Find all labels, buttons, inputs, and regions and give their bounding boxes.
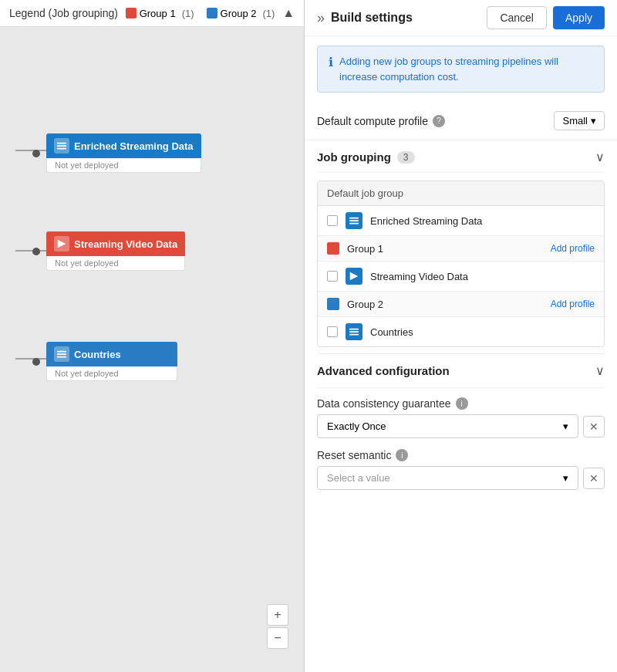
info-text: Adding new job groups to streaming pipel… — [339, 54, 593, 84]
job-row-enriched: Enriched Streaming Data — [318, 206, 604, 236]
job-grouping-collapse-icon[interactable]: ∨ — [595, 150, 605, 164]
left-panel: Legend (Job grouping) Group 1 (1) Group … — [0, 0, 305, 672]
node-enriched[interactable]: Enriched Streaming Data Not yet deployed — [46, 133, 201, 173]
right-panel: » Build settings Cancel Apply ℹ Adding n… — [305, 0, 617, 672]
data-consistency-label: Data consistency guarantee — [317, 397, 451, 410]
group1-add-profile-link[interactable]: Add profile — [551, 243, 595, 254]
svg-marker-6 — [58, 240, 66, 248]
group2-name: Group 2 — [347, 299, 543, 310]
compute-profile-value: Small — [562, 115, 588, 127]
svg-marker-13 — [350, 272, 359, 281]
video-checkbox[interactable] — [327, 271, 338, 282]
reset-semantic-label-row: Reset semantic i — [317, 449, 605, 461]
svg-rect-15 — [349, 331, 359, 333]
data-consistency-help-icon[interactable]: i — [456, 397, 468, 410]
compute-profile-row: Default compute profile ? Small ▾ — [305, 102, 617, 140]
reset-semantic-select[interactable]: Select a value ▾ — [317, 466, 578, 490]
svg-rect-4 — [57, 145, 66, 147]
legend-group2-label: Group 2 — [221, 8, 257, 19]
svg-rect-9 — [57, 356, 66, 358]
svg-rect-5 — [57, 148, 66, 150]
node-enriched-icon — [54, 138, 69, 154]
svg-rect-8 — [57, 353, 66, 355]
advanced-config-title: Advanced configuration — [317, 364, 450, 377]
default-group-header: Default job group — [318, 181, 604, 206]
cancel-button[interactable]: Cancel — [487, 6, 547, 29]
data-consistency-label-row: Data consistency guarantee i — [317, 397, 605, 410]
compute-profile-label: Default compute profile ? — [317, 115, 445, 127]
legend-title: Legend (Job grouping) — [9, 7, 118, 19]
job-row-video: Streaming Video Data — [318, 262, 604, 292]
reset-semantic-placeholder: Select a value — [327, 472, 390, 484]
legend-group2-count: (1) — [263, 8, 275, 19]
top-bar-left: » Build settings — [317, 10, 413, 26]
job-grouping-title: Job grouping — [317, 150, 391, 164]
node-countries[interactable]: Countries Not yet deployed — [46, 342, 177, 381]
legend-collapse-icon[interactable]: ▲ — [282, 6, 295, 20]
node-video-icon — [54, 236, 69, 252]
data-consistency-select[interactable]: Exactly Once ▾ — [317, 414, 578, 438]
top-bar-title: Build settings — [331, 11, 413, 25]
compute-profile-select[interactable]: Small ▾ — [554, 111, 605, 130]
countries-checkbox[interactable] — [327, 326, 338, 337]
svg-rect-12 — [349, 223, 359, 225]
zoom-in-button[interactable]: + — [267, 604, 288, 626]
zoom-controls: + − — [267, 604, 288, 649]
zoom-out-button[interactable]: − — [267, 627, 288, 649]
job-grouping-header-left: Job grouping 3 — [317, 150, 415, 164]
legend-bar: Legend (Job grouping) Group 1 (1) Group … — [0, 0, 304, 27]
node-countries-icon — [54, 346, 69, 362]
compute-help-icon[interactable]: ? — [433, 115, 445, 127]
data-consistency-chevron-icon: ▾ — [563, 420, 568, 432]
legend-group2-dot — [207, 8, 217, 19]
group1-color-dot — [327, 242, 339, 255]
svg-rect-7 — [57, 351, 66, 353]
svg-rect-14 — [349, 329, 359, 330]
node-countries-dot — [32, 358, 40, 366]
canvas: Enriched Streaming Data Not yet deployed… — [0, 27, 304, 664]
job-grouping-count: 3 — [397, 151, 415, 164]
data-consistency-clear-button[interactable]: ✕ — [583, 416, 605, 437]
node-video[interactable]: Streaming Video Data Not yet deployed — [46, 231, 185, 271]
node-video-status: Not yet deployed — [46, 256, 185, 271]
legend-group2: Group 2 (1) — [207, 8, 275, 19]
top-bar: » Build settings Cancel Apply — [305, 0, 617, 36]
node-countries-header: Countries — [46, 342, 177, 366]
default-group-label: Default job group — [327, 187, 403, 199]
group2-color-dot — [327, 298, 339, 310]
advanced-config-header: Advanced configuration ∨ — [317, 353, 605, 388]
reset-semantic-clear-button[interactable]: ✕ — [583, 468, 605, 489]
enriched-checkbox[interactable] — [327, 215, 338, 226]
legend-items: Group 1 (1) Group 2 (1) — [126, 8, 275, 19]
node-enriched-dot — [32, 150, 40, 157]
info-box: ℹ Adding new job groups to streaming pip… — [317, 46, 605, 93]
chevron-right-icon: » — [317, 10, 325, 26]
apply-button[interactable]: Apply — [553, 6, 605, 29]
legend-group1: Group 1 (1) — [126, 8, 194, 19]
job-grouping-section: Job grouping 3 ∨ Default job group Enric… — [305, 140, 617, 347]
enriched-type-icon — [346, 212, 362, 229]
reset-semantic-chevron-icon: ▾ — [563, 472, 568, 484]
compute-profile-text: Default compute profile — [317, 115, 428, 127]
job-grouping-header: Job grouping 3 ∨ — [317, 140, 605, 173]
video-type-icon — [346, 268, 362, 285]
job-row-countries: Countries — [318, 317, 604, 346]
group1-name: Group 1 — [347, 243, 543, 255]
node-enriched-header: Enriched Streaming Data — [46, 133, 201, 158]
countries-type-icon — [346, 323, 362, 340]
node-enriched-status: Not yet deployed — [46, 158, 201, 173]
svg-rect-11 — [349, 220, 359, 221]
job-table: Default job group Enriched Streaming Dat… — [317, 181, 605, 347]
reset-semantic-label: Reset semantic — [317, 449, 391, 461]
top-bar-actions: Cancel Apply — [487, 6, 605, 29]
reset-semantic-help-icon[interactable]: i — [396, 449, 408, 461]
advanced-collapse-icon[interactable]: ∨ — [595, 363, 605, 378]
data-consistency-select-row: Exactly Once ▾ ✕ — [317, 414, 605, 438]
node-countries-label: Countries — [74, 349, 121, 360]
chevron-down-icon: ▾ — [591, 115, 596, 127]
reset-semantic-select-row: Select a value ▾ ✕ — [317, 466, 605, 490]
legend-group1-count: (1) — [182, 8, 194, 19]
advanced-config-section: Advanced configuration ∨ Data consistenc… — [305, 353, 617, 501]
node-enriched-label: Enriched Streaming Data — [74, 140, 194, 152]
group2-add-profile-link[interactable]: Add profile — [551, 299, 595, 309]
